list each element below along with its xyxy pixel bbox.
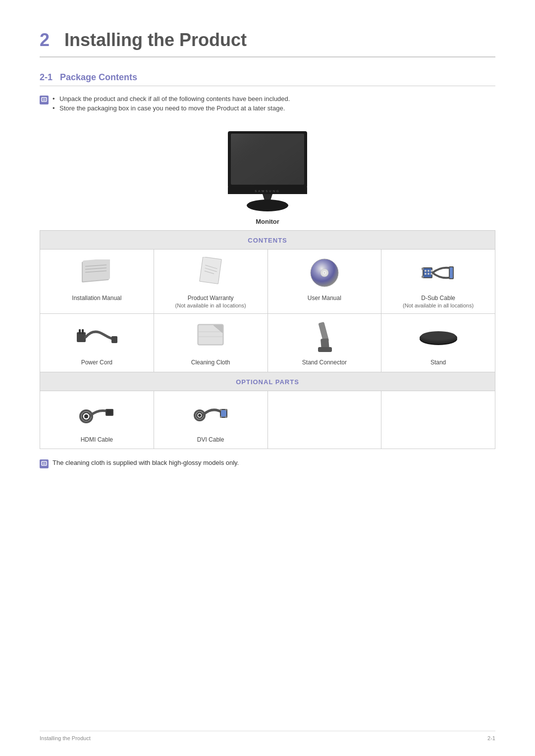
note-bottom-icon: [40, 459, 49, 468]
item-label-usermanual: User Manual: [272, 294, 377, 302]
svg-point-9: [247, 200, 288, 211]
item-label-dvi: DVI Cable: [158, 436, 264, 444]
table-cell-powercord: Power Cord: [40, 313, 154, 372]
svg-rect-5: [231, 134, 304, 185]
item-sublabel-dsub: (Not available in all locations): [385, 302, 491, 308]
table-cell-dvi: DVI Cable: [154, 391, 268, 449]
svg-rect-0: [42, 98, 47, 101]
note-icon: [40, 96, 49, 104]
table-cell-dsub: D-Sub Cable (Not available in all locati…: [381, 250, 495, 314]
svg-rect-38: [111, 336, 117, 343]
item-label-powercord: Power Cord: [44, 358, 150, 367]
svg-rect-46: [318, 347, 332, 352]
item-label-standconn: Stand Connector: [272, 358, 377, 367]
svg-rect-65: [42, 461, 47, 465]
bullet-item-1: Unpack the product and check if all of t…: [53, 95, 290, 102]
svg-rect-34: [450, 267, 453, 278]
item-icon-manual: [44, 255, 150, 290]
svg-point-22: [323, 272, 325, 274]
table-row: Installation Manual Product Warranty: [40, 250, 495, 314]
svg-point-28: [425, 273, 427, 275]
monitor-label: Monitor: [256, 218, 279, 225]
item-icon-powercord: [44, 320, 150, 354]
contents-table: CONTENTS Insta: [40, 230, 495, 449]
item-icon-stand: [385, 320, 491, 354]
footer: Installing the Product 2-1: [40, 731, 495, 741]
item-icon-dsub: [385, 255, 491, 290]
page-container: 2 Installing the Product 2-1 Package Con…: [0, 0, 535, 756]
svg-rect-55: [107, 410, 112, 415]
hdmi-icon-svg: [79, 402, 114, 427]
optional-header: OPTIONAL PARTS: [40, 372, 495, 391]
bullet-item-2: Store the packaging box in case you need…: [53, 104, 290, 112]
svg-point-26: [428, 270, 429, 272]
footer-left: Installing the Product: [40, 735, 91, 741]
svg-rect-24: [424, 268, 431, 277]
table-cell-usermanual: User Manual: [268, 250, 381, 314]
item-label-dsub: D-Sub Cable: [385, 294, 491, 302]
svg-point-64: [225, 416, 227, 418]
item-icon-disc: [272, 255, 377, 290]
note-block: Unpack the product and check if all of t…: [40, 95, 495, 114]
item-label-manual: Installation Manual: [44, 294, 150, 302]
powercord-icon-svg: [76, 324, 118, 350]
svg-rect-11: [83, 259, 110, 281]
item-icon-hdmi: [44, 397, 150, 432]
monitor-svg: SAMSUNG: [213, 129, 322, 213]
table-row: Power Cord: [40, 313, 495, 372]
monitor-section: SAMSUNG Monitor: [40, 129, 495, 225]
chapter-title-text: Installing the Product: [64, 30, 247, 50]
svg-point-62: [225, 409, 227, 411]
section-title-text: Package Contents: [60, 72, 137, 82]
table-cell-stand: Stand: [381, 313, 495, 372]
footer-right: 2-1: [487, 735, 495, 741]
table-cell-empty1: [268, 391, 381, 449]
warranty-icon-svg: [197, 257, 224, 289]
table-cell-hdmi: HDMI Cable: [40, 391, 154, 449]
svg-text:SAMSUNG: SAMSUNG: [255, 190, 280, 193]
item-label-stand: Stand: [385, 358, 491, 367]
contents-header: CONTENTS: [40, 231, 495, 250]
optional-header-row: OPTIONAL PARTS: [40, 372, 495, 391]
item-icon-warranty: [158, 255, 264, 290]
svg-point-61: [220, 409, 222, 411]
svg-rect-37: [82, 329, 84, 334]
section-number: 2-1: [40, 72, 53, 82]
chapter-number: 2: [40, 30, 50, 50]
item-icon-empty1: [272, 397, 377, 432]
svg-point-25: [425, 270, 427, 272]
item-icon-cloth: [158, 320, 264, 354]
item-label-hdmi: HDMI Cable: [44, 436, 150, 444]
dsub-icon-svg: [422, 258, 455, 287]
svg-point-63: [220, 416, 222, 418]
item-icon-empty2: [385, 397, 491, 432]
item-icon-standconn: [272, 320, 377, 354]
svg-point-58: [198, 414, 201, 417]
bullet-list: Unpack the product and check if all of t…: [53, 95, 290, 114]
standconn-icon-svg: [313, 320, 335, 354]
item-label-cloth: Cleaning Cloth: [158, 358, 264, 367]
svg-point-27: [430, 270, 432, 272]
svg-rect-35: [77, 332, 86, 342]
table-cell-cloth: Cleaning Cloth: [154, 313, 268, 372]
chapter-title: 2 Installing the Product: [40, 30, 495, 57]
table-cell-manual: Installation Manual: [40, 250, 154, 314]
svg-rect-36: [79, 329, 81, 334]
svg-point-29: [428, 273, 429, 275]
svg-rect-60: [221, 410, 226, 417]
table-cell-empty2: [381, 391, 495, 449]
note-bottom: The cleaning cloth is supplied with blac…: [40, 459, 495, 468]
stand-icon-svg: [418, 328, 459, 346]
monitor-image: SAMSUNG: [213, 129, 322, 213]
table-row: HDMI Cable: [40, 391, 495, 449]
section-title: 2-1 Package Contents: [40, 72, 495, 86]
dvi-icon-svg: [193, 402, 228, 427]
svg-point-50: [422, 331, 455, 340]
manual-icon-svg: [79, 259, 114, 287]
item-sublabel-warranty: (Not available in all locations): [158, 302, 264, 308]
item-icon-dvi: [158, 397, 264, 432]
table-cell-standconn: Stand Connector: [268, 313, 381, 372]
disc-icon-svg: [309, 257, 340, 288]
table-cell-warranty: Product Warranty (Not available in all l…: [154, 250, 268, 314]
svg-rect-15: [199, 257, 221, 284]
